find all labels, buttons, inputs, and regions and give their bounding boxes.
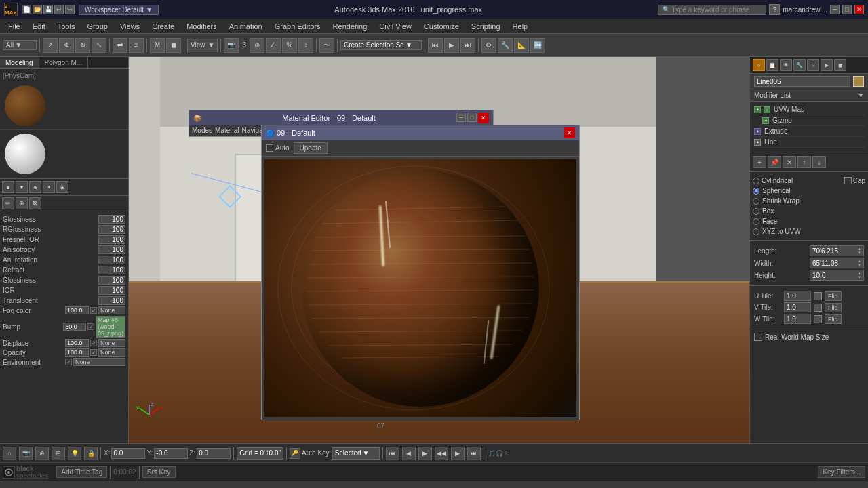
home-icon[interactable]: ⌂ [3,447,16,460]
menu-scripting[interactable]: Scripting [466,21,506,32]
save-btn[interactable]: 💾 [43,5,53,14]
height-value[interactable]: 10.0 ▲ ▼ [810,270,864,281]
set-key-btn[interactable]: Set Key [142,466,176,478]
modifier-dn-btn[interactable]: ↓ [812,156,826,168]
target-icon[interactable]: ⊕ [35,447,49,460]
prev-frame-icon[interactable]: ⏮ [428,38,443,53]
menu-graph-editors[interactable]: Graph Editors [269,21,326,32]
menu-tools[interactable]: Tools [52,21,81,32]
percent-snap-icon[interactable]: % [282,38,297,53]
modifier-line[interactable]: ✦ Line [753,137,865,148]
length-value[interactable]: 70'6.215 ▲ ▼ [810,245,864,256]
help-btn[interactable]: ? [769,4,780,15]
modifier-up-btn[interactable]: ↑ [797,156,811,168]
map-cylindrical-row[interactable]: Cylindrical Cap [753,176,865,186]
rotate-icon[interactable]: ↻ [75,38,90,53]
icon-btn2[interactable]: ✕ [43,181,55,193]
height-down[interactable]: ▼ [857,275,861,279]
prev-key-btn[interactable]: ◀ [402,447,416,460]
tab-modeling[interactable]: Modeling [0,57,39,68]
mat-editor-close[interactable]: ✕ [478,113,489,123]
shrinkwrap-radio[interactable] [753,198,760,205]
opacity-checkbox[interactable]: ✓ [90,349,97,356]
utile-checkbox[interactable] [814,292,822,300]
selection-set-dropdown[interactable]: Create Selection Se▼ [340,40,422,50]
cap-checkbox[interactable] [844,177,852,184]
modifier-gizmo[interactable]: ✦ Gizmo [761,115,865,126]
width-down[interactable]: ▼ [857,263,861,267]
util-icon[interactable]: 🔧 [793,59,806,71]
menu-animation[interactable]: Animation [224,21,268,32]
vtile-flip-btn[interactable]: Flip [825,303,842,312]
play-icon[interactable]: ▶ [444,38,459,53]
tools-icon3[interactable]: 📐 [514,38,529,53]
menu-modifiers[interactable]: Modifiers [181,21,222,32]
layer-dropdown[interactable]: All▼ [3,40,37,50]
undo-btn[interactable]: ↩ [54,5,64,14]
move-icon[interactable]: ✥ [59,38,74,53]
tools-icon1[interactable]: ⚙ [481,38,496,53]
height-spinner[interactable]: ▲ ▼ [857,271,861,279]
next-key-btn[interactable]: ▶ [451,447,465,460]
width-spinner[interactable]: ▲ ▼ [857,259,861,267]
next-frame-icon[interactable]: ⏭ [460,38,475,53]
width-value[interactable]: 65'11.08 ▲ ▼ [810,258,864,268]
menu-views[interactable]: Views [115,21,145,32]
fog-checkbox[interactable]: ✓ [90,307,97,314]
utile-flip-btn[interactable]: Flip [825,291,842,301]
displace-checkbox[interactable]: ✓ [90,340,97,346]
mirror-icon[interactable]: ⇄ [113,38,127,53]
menu-help[interactable]: Help [507,21,534,32]
face-radio[interactable] [753,218,760,225]
menu-create[interactable]: Create [146,21,180,32]
tools-icon4[interactable]: 🔤 [530,38,545,53]
vtile-checkbox[interactable] [814,304,822,312]
lock-icon[interactable]: 🔒 [84,447,98,460]
view-dropdown[interactable]: View▼ [187,39,218,52]
select-icon[interactable]: ↗ [43,38,58,53]
cylindrical-radio[interactable] [753,178,760,184]
search-field[interactable]: 🔍 Type a keyword or phrase [658,5,766,15]
menu-group[interactable]: Group [81,21,113,32]
modifier-add-btn[interactable]: + [753,156,766,168]
align-icon[interactable]: ≡ [129,38,144,53]
menu-file[interactable]: File [3,21,26,32]
tools-icon2[interactable]: 🔧 [498,38,513,53]
scroll-down-btn[interactable]: ▼ [16,181,28,193]
modifier-uvwmap[interactable]: ✦ + UVW Map [753,104,865,115]
icon-btn1[interactable]: ⊕ [29,181,41,193]
map-shrinkwrap-row[interactable]: Shrink Wrap [753,196,865,206]
x-value[interactable]: 0.0 [111,448,145,459]
modes-menu[interactable]: Modes [192,127,212,134]
modifier-del-btn[interactable]: ✕ [783,156,796,168]
edit-icon3[interactable]: ⊠ [29,197,41,209]
material-item-wood[interactable] [0,82,128,130]
light-icon[interactable]: 💡 [68,447,81,460]
open-btn[interactable]: 📂 [33,5,42,14]
auto-checkbox[interactable]: Auto [266,144,290,152]
env-checkbox[interactable]: ✓ [65,359,72,365]
material-menu[interactable]: Material [215,127,239,134]
spinner-snap-icon[interactable]: ↕ [298,38,313,53]
minimize-btn[interactable]: ─ [830,5,840,14]
workspace-dropdown[interactable]: Workspace: Default▼ [79,5,159,15]
render-icon[interactable]: ◼ [166,38,181,53]
help-icon2[interactable]: ? [807,59,819,71]
selected-dropdown[interactable]: Selected▼ [332,447,380,460]
camera-icon[interactable]: 📷 [224,38,239,53]
edit-icon2[interactable]: ⊕ [16,197,28,209]
map-face-row[interactable]: Face [753,216,865,226]
sphere-icon[interactable]: ○ [753,59,765,71]
close-btn[interactable]: ✕ [854,5,864,14]
uvwmap-expand-icon[interactable]: + [764,106,770,113]
display-icon[interactable]: 👁 [780,59,792,71]
modifier-extrude[interactable]: ✦ Extrude [753,126,865,137]
mat-editor-minimize[interactable]: ─ [456,113,466,122]
scroll-up-btn[interactable]: ▲ [2,181,14,193]
scale-icon[interactable]: ⤡ [92,38,106,53]
spherical-radio[interactable] [753,188,760,195]
snap2-icon[interactable]: ⊞ [52,447,65,460]
map-spherical-row[interactable]: Spherical [753,186,865,196]
y-value[interactable]: -0.0 [154,448,188,459]
modifier-pin-btn[interactable]: 📌 [768,156,781,168]
